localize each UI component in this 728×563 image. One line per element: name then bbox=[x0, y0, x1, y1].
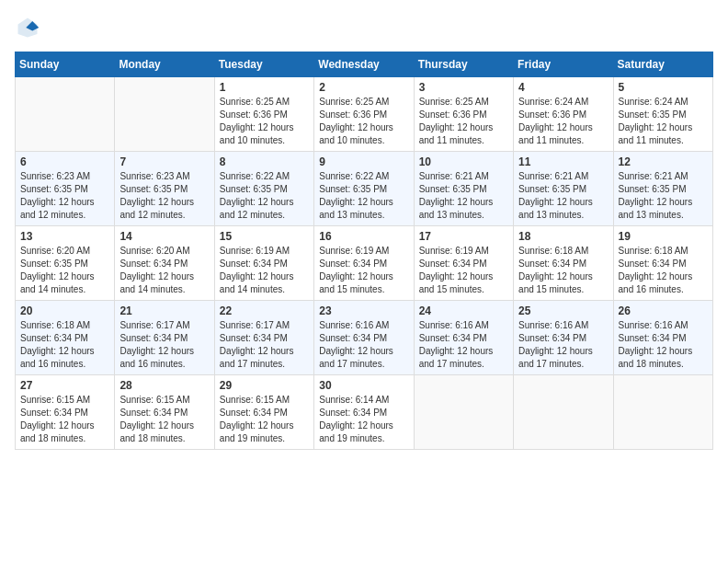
day-number: 21 bbox=[119, 304, 209, 317]
calendar-cell: 23Sunrise: 6:16 AM Sunset: 6:34 PM Dayli… bbox=[314, 301, 414, 375]
calendar-cell: 7Sunrise: 6:23 AM Sunset: 6:35 PM Daylig… bbox=[115, 152, 214, 226]
calendar-cell: 27Sunrise: 6:15 AM Sunset: 6:34 PM Dayli… bbox=[16, 375, 115, 450]
calendar-cell: 24Sunrise: 6:16 AM Sunset: 6:34 PM Dayli… bbox=[414, 301, 513, 375]
day-number: 10 bbox=[419, 155, 508, 168]
day-info: Sunrise: 6:21 AM Sunset: 6:35 PM Dayligh… bbox=[518, 170, 608, 222]
header bbox=[15, 15, 713, 40]
day-info: Sunrise: 6:25 AM Sunset: 6:36 PM Dayligh… bbox=[419, 96, 508, 147]
day-number: 5 bbox=[619, 81, 708, 94]
day-number: 22 bbox=[220, 304, 309, 317]
calendar-cell: 21Sunrise: 6:17 AM Sunset: 6:34 PM Dayli… bbox=[115, 301, 214, 375]
calendar: SundayMondayTuesdayWednesdayThursdayFrid… bbox=[15, 52, 713, 450]
calendar-cell: 6Sunrise: 6:23 AM Sunset: 6:35 PM Daylig… bbox=[16, 152, 115, 226]
day-header-saturday: Saturday bbox=[613, 52, 712, 77]
day-header-sunday: Sunday bbox=[16, 52, 115, 77]
calendar-cell: 3Sunrise: 6:25 AM Sunset: 6:36 PM Daylig… bbox=[414, 77, 513, 152]
day-info: Sunrise: 6:16 AM Sunset: 6:34 PM Dayligh… bbox=[319, 319, 408, 371]
day-number: 17 bbox=[419, 230, 508, 243]
day-header-thursday: Thursday bbox=[414, 52, 513, 77]
day-header-friday: Friday bbox=[514, 52, 613, 77]
calendar-cell: 19Sunrise: 6:18 AM Sunset: 6:34 PM Dayli… bbox=[613, 226, 712, 301]
day-number: 19 bbox=[619, 230, 708, 243]
day-info: Sunrise: 6:23 AM Sunset: 6:35 PM Dayligh… bbox=[119, 170, 209, 222]
day-number: 7 bbox=[119, 155, 209, 168]
logo bbox=[15, 15, 44, 40]
day-header-tuesday: Tuesday bbox=[214, 52, 313, 77]
day-number: 20 bbox=[20, 304, 109, 317]
day-info: Sunrise: 6:18 AM Sunset: 6:34 PM Dayligh… bbox=[619, 245, 708, 296]
day-info: Sunrise: 6:20 AM Sunset: 6:34 PM Dayligh… bbox=[119, 245, 209, 296]
day-number: 4 bbox=[518, 81, 608, 94]
calendar-cell: 25Sunrise: 6:16 AM Sunset: 6:34 PM Dayli… bbox=[514, 301, 613, 375]
day-info: Sunrise: 6:18 AM Sunset: 6:34 PM Dayligh… bbox=[20, 319, 109, 371]
day-info: Sunrise: 6:19 AM Sunset: 6:34 PM Dayligh… bbox=[319, 245, 408, 296]
calendar-cell: 20Sunrise: 6:18 AM Sunset: 6:34 PM Dayli… bbox=[16, 301, 115, 375]
day-number: 30 bbox=[319, 379, 408, 392]
day-number: 26 bbox=[619, 304, 708, 317]
day-info: Sunrise: 6:15 AM Sunset: 6:34 PM Dayligh… bbox=[20, 394, 109, 445]
day-number: 11 bbox=[518, 155, 608, 168]
calendar-cell: 13Sunrise: 6:20 AM Sunset: 6:35 PM Dayli… bbox=[16, 226, 115, 301]
day-info: Sunrise: 6:23 AM Sunset: 6:35 PM Dayligh… bbox=[20, 170, 109, 222]
day-info: Sunrise: 6:15 AM Sunset: 6:34 PM Dayligh… bbox=[119, 394, 209, 445]
day-info: Sunrise: 6:22 AM Sunset: 6:35 PM Dayligh… bbox=[319, 170, 408, 222]
day-number: 28 bbox=[119, 379, 209, 392]
calendar-cell: 12Sunrise: 6:21 AM Sunset: 6:35 PM Dayli… bbox=[613, 152, 712, 226]
day-info: Sunrise: 6:18 AM Sunset: 6:34 PM Dayligh… bbox=[518, 245, 608, 296]
calendar-cell: 15Sunrise: 6:19 AM Sunset: 6:34 PM Dayli… bbox=[214, 226, 313, 301]
calendar-cell: 26Sunrise: 6:16 AM Sunset: 6:34 PM Dayli… bbox=[613, 301, 712, 375]
day-info: Sunrise: 6:16 AM Sunset: 6:34 PM Dayligh… bbox=[619, 319, 708, 371]
day-number: 9 bbox=[319, 155, 408, 168]
day-number: 12 bbox=[619, 155, 708, 168]
calendar-cell: 17Sunrise: 6:19 AM Sunset: 6:34 PM Dayli… bbox=[414, 226, 513, 301]
day-number: 25 bbox=[518, 304, 608, 317]
day-number: 18 bbox=[518, 230, 608, 243]
calendar-cell: 9Sunrise: 6:22 AM Sunset: 6:35 PM Daylig… bbox=[314, 152, 414, 226]
day-number: 6 bbox=[20, 155, 109, 168]
calendar-cell: 8Sunrise: 6:22 AM Sunset: 6:35 PM Daylig… bbox=[214, 152, 313, 226]
calendar-cell: 4Sunrise: 6:24 AM Sunset: 6:36 PM Daylig… bbox=[514, 77, 613, 152]
day-number: 23 bbox=[319, 304, 408, 317]
day-number: 1 bbox=[220, 81, 309, 94]
day-info: Sunrise: 6:25 AM Sunset: 6:36 PM Dayligh… bbox=[220, 96, 309, 147]
day-info: Sunrise: 6:16 AM Sunset: 6:34 PM Dayligh… bbox=[419, 319, 508, 371]
day-info: Sunrise: 6:25 AM Sunset: 6:36 PM Dayligh… bbox=[319, 96, 408, 147]
day-number: 27 bbox=[20, 379, 109, 392]
week-row-4: 20Sunrise: 6:18 AM Sunset: 6:34 PM Dayli… bbox=[16, 301, 713, 375]
day-info: Sunrise: 6:24 AM Sunset: 6:36 PM Dayligh… bbox=[518, 96, 608, 147]
day-number: 15 bbox=[220, 230, 309, 243]
calendar-cell: 10Sunrise: 6:21 AM Sunset: 6:35 PM Dayli… bbox=[414, 152, 513, 226]
day-info: Sunrise: 6:15 AM Sunset: 6:34 PM Dayligh… bbox=[220, 394, 309, 445]
day-header-wednesday: Wednesday bbox=[314, 52, 414, 77]
week-row-1: 1Sunrise: 6:25 AM Sunset: 6:36 PM Daylig… bbox=[16, 77, 713, 152]
day-info: Sunrise: 6:21 AM Sunset: 6:35 PM Dayligh… bbox=[419, 170, 508, 222]
day-info: Sunrise: 6:19 AM Sunset: 6:34 PM Dayligh… bbox=[419, 245, 508, 296]
calendar-cell: 11Sunrise: 6:21 AM Sunset: 6:35 PM Dayli… bbox=[514, 152, 613, 226]
calendar-cell: 18Sunrise: 6:18 AM Sunset: 6:34 PM Dayli… bbox=[514, 226, 613, 301]
calendar-cell: 28Sunrise: 6:15 AM Sunset: 6:34 PM Dayli… bbox=[115, 375, 214, 450]
calendar-cell bbox=[414, 375, 513, 450]
day-number: 3 bbox=[419, 81, 508, 94]
calendar-cell bbox=[115, 77, 214, 152]
day-info: Sunrise: 6:14 AM Sunset: 6:34 PM Dayligh… bbox=[319, 394, 408, 445]
day-info: Sunrise: 6:20 AM Sunset: 6:35 PM Dayligh… bbox=[20, 245, 109, 296]
calendar-cell bbox=[16, 77, 115, 152]
day-header-monday: Monday bbox=[115, 52, 214, 77]
logo-icon bbox=[15, 15, 40, 40]
day-info: Sunrise: 6:16 AM Sunset: 6:34 PM Dayligh… bbox=[518, 319, 608, 371]
day-number: 14 bbox=[119, 230, 209, 243]
day-info: Sunrise: 6:19 AM Sunset: 6:34 PM Dayligh… bbox=[220, 245, 309, 296]
calendar-cell: 1Sunrise: 6:25 AM Sunset: 6:36 PM Daylig… bbox=[214, 77, 313, 152]
day-header-row: SundayMondayTuesdayWednesdayThursdayFrid… bbox=[16, 52, 713, 77]
calendar-cell: 29Sunrise: 6:15 AM Sunset: 6:34 PM Dayli… bbox=[214, 375, 313, 450]
calendar-cell bbox=[514, 375, 613, 450]
day-info: Sunrise: 6:17 AM Sunset: 6:34 PM Dayligh… bbox=[220, 319, 309, 371]
day-info: Sunrise: 6:17 AM Sunset: 6:34 PM Dayligh… bbox=[119, 319, 209, 371]
day-info: Sunrise: 6:22 AM Sunset: 6:35 PM Dayligh… bbox=[220, 170, 309, 222]
week-row-5: 27Sunrise: 6:15 AM Sunset: 6:34 PM Dayli… bbox=[16, 375, 713, 450]
day-number: 8 bbox=[220, 155, 309, 168]
calendar-cell: 16Sunrise: 6:19 AM Sunset: 6:34 PM Dayli… bbox=[314, 226, 414, 301]
day-number: 16 bbox=[319, 230, 408, 243]
week-row-2: 6Sunrise: 6:23 AM Sunset: 6:35 PM Daylig… bbox=[16, 152, 713, 226]
calendar-cell: 5Sunrise: 6:24 AM Sunset: 6:35 PM Daylig… bbox=[613, 77, 712, 152]
